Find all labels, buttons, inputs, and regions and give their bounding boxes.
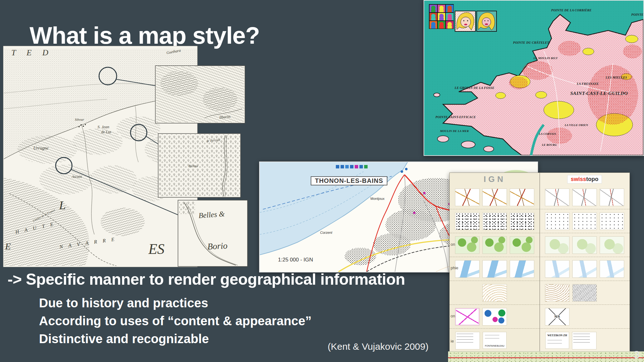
swatch-hydro-st-2 (572, 260, 597, 278)
swisstopo-header: swisstopo (568, 175, 602, 183)
bullet-item-1: Due to history and practices (39, 296, 312, 310)
style-comparison-table: IGN swisstopo (449, 173, 630, 352)
swatch-vegetation-st-2 (572, 236, 597, 254)
swatch-buildings-st-2 (572, 212, 597, 230)
swatch-roads-ign-3 (510, 189, 534, 206)
row-label-symbols: on (451, 314, 455, 318)
bullet-list: Due to history and practices According t… (39, 296, 312, 346)
label-montjoux: Montjoux (370, 197, 385, 200)
swatch-relief-ign-1 (482, 284, 507, 302)
label-chatelet: POINTE DU CHÂTELET (513, 41, 549, 44)
map-strip (448, 351, 644, 362)
wetzikon-cell: WETZIKON ZH (545, 332, 569, 349)
label-ascain: Ascain (71, 174, 82, 179)
swatch-vegetation-st-1 (545, 236, 569, 254)
row-label-toponymy: ie (451, 339, 454, 343)
page-title: What is a map style? (30, 22, 260, 49)
swatch-hydro-ign-2 (482, 260, 507, 278)
label-fresnaye: LA FRESNAYE (576, 82, 599, 85)
label-big-l: L (59, 199, 66, 212)
swatch-buildings-ign-3 (510, 212, 534, 230)
historical-map-svg: T E D (3, 46, 248, 267)
inset-forest: le Ferriat Bichta (158, 134, 241, 197)
swatch-buildings-ign-1 (455, 212, 480, 230)
swatch-roads-st-2 (572, 189, 597, 206)
label-st-jean-2: de Luz (101, 130, 111, 134)
row-label-hydrography: phie (451, 266, 458, 270)
swatch-toponymy-st-1 (572, 332, 597, 349)
slide: What is a map style? (0, 0, 644, 362)
swatch-hydro-ign-1 (455, 260, 480, 278)
swatch-roads-st-1 (545, 189, 569, 206)
swatch-toponymy-ign-1 (455, 332, 480, 349)
swatch-roads-ign-1 (455, 189, 480, 206)
label-moulin-mer: MOULIN DE LA MER (440, 129, 469, 133)
label-pointe-cut: POINTE (631, 13, 643, 16)
bullet-item-3: Distinctive and recognizable (39, 332, 312, 346)
label-corvais: LA CORVAIS (539, 132, 556, 135)
na-cell: N/A (545, 308, 569, 326)
topo-title-box: THONON-LES-BAINS (311, 177, 387, 185)
label-ville-orien: LA VILLE ORIEN (564, 123, 588, 127)
label-bourg: LE BOURG (541, 143, 557, 146)
swatch-relief-st-2 (572, 284, 597, 302)
label-saint-cast: SAINT-CAST-LE-GUILDO (570, 90, 628, 96)
label-mielles: LES MIELLES (605, 76, 627, 79)
swatch-hydro-ign-3 (510, 260, 534, 278)
swatch-roads-ign-2 (482, 189, 507, 206)
page-number: 3 (634, 348, 640, 361)
topo-title: THONON-LES-BAINS (315, 177, 383, 184)
swatch-vegetation-ign-1 (455, 236, 480, 254)
label-big-e: E (5, 241, 11, 251)
swatch-vegetation-st-3 (600, 236, 624, 254)
label-sibour: Sibour (75, 118, 84, 121)
label-bichta: Bichta (189, 164, 198, 168)
label-grouin: LE GROUIN DE LA FOSSE (454, 86, 494, 90)
swatch-roads-st-3 (600, 189, 624, 206)
label-st-jean-1: S. Jean (97, 124, 109, 129)
label-moulin-bily: LE MOULIN BILY (533, 57, 558, 60)
popart-map-svg: POINTE DE LA CORBIÈRE POINTE POINTE DU C… (424, 1, 643, 155)
map-icon-strip (336, 165, 368, 168)
label-borio: Borio (207, 241, 228, 251)
table-divider (540, 173, 540, 352)
popart-face-inset-1 (455, 11, 475, 31)
popart-face-inset-2 (477, 11, 497, 31)
label-corbiere: POINTE DE LA CORBIÈRE (551, 8, 591, 12)
historical-map-figure: T E D (3, 46, 248, 267)
swatch-buildings-st-3 (600, 212, 624, 230)
swatch-buildings-ign-2 (482, 212, 507, 230)
fontainebleau-cell: FONTAINEBLEAU (483, 332, 507, 349)
swatch-vegetation-ign-3 (510, 236, 534, 254)
citation: (Kent & Vujakovic 2009) (328, 341, 429, 352)
label-corzent: Corzent (320, 231, 332, 234)
row-label-vegetation: on (451, 242, 455, 247)
swatch-relief-st-1 (545, 284, 569, 302)
inset-terrain: Ilbarits (155, 66, 245, 123)
label-efficace: POINTE SAINT-EFFICACE (436, 115, 476, 119)
inset-placenames: Belles & Borio (178, 200, 247, 266)
label-es: ES (148, 241, 164, 257)
warhol-grid-inset (429, 4, 454, 29)
sea-letters: T E D (11, 48, 53, 57)
bullet-item-2: According to uses of “content & appearan… (39, 314, 312, 328)
ign-header: IGN (484, 174, 506, 184)
swatch-symbols-ign-1 (455, 308, 480, 326)
scale-label: 1:25 000 - IGN (278, 257, 313, 263)
statement: -> Specific manner to render geographica… (8, 270, 405, 288)
swatch-hydro-st-1 (545, 260, 569, 278)
swatch-hydro-st-3 (600, 260, 624, 278)
swatch-symbols-ign-2 (482, 308, 507, 326)
swatch-vegetation-ign-2 (482, 236, 507, 254)
popart-map-figure: POINTE DE LA CORBIÈRE POINTE POINTE DU C… (424, 0, 644, 156)
swatch-buildings-st-1 (545, 212, 569, 230)
label-urrugne: Urrugne (33, 146, 48, 151)
